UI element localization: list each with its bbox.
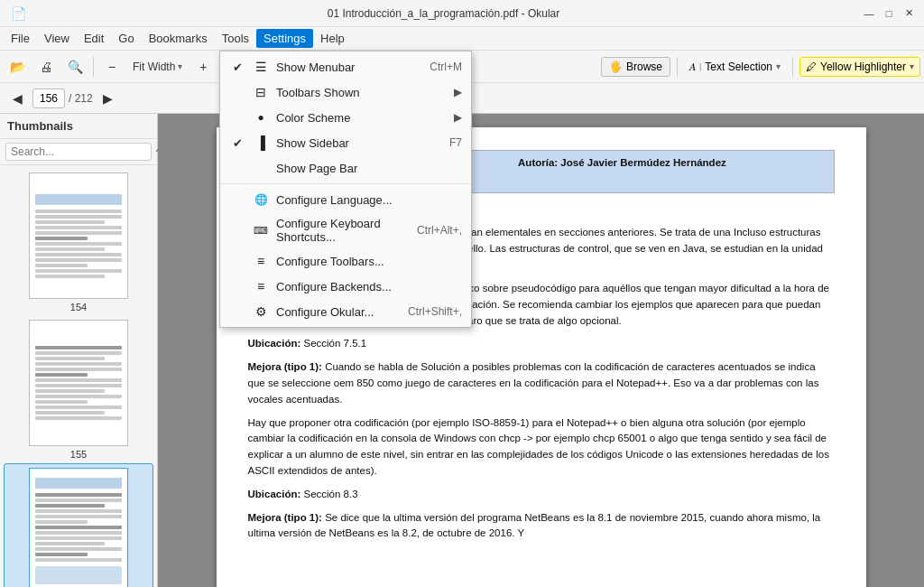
menu-configure-keyboard[interactable]: ⌨ Configure Keyboard Shortcuts... Ctrl+A… [220, 212, 471, 248]
thumbnail-image [29, 468, 128, 587]
pdf-paragraph: Mejora (tipo 1): Cuando se habla de Solu… [248, 359, 835, 407]
configure-keyboard-icon: ⌨ [253, 222, 269, 238]
pdf-location: Ubicación: Sección 8.3 [248, 487, 835, 503]
menu-help[interactable]: Help [313, 29, 352, 48]
show-sidebar-icon: ▐ [253, 135, 269, 151]
browse-button[interactable]: 🖐 Browse [601, 57, 670, 77]
thumbnail-page-number: 155 [70, 449, 87, 460]
toolbar-sep-4 [792, 57, 793, 77]
open-icon: 📂 [9, 59, 25, 75]
page-total: / 212 [69, 92, 93, 105]
prev-page-icon: ◀ [9, 90, 25, 107]
print-button[interactable]: 🖨 [32, 54, 60, 79]
show-menubar-shortcut: Ctrl+M [430, 61, 462, 73]
text-selection-button[interactable]: 𝐴 | Text Selection ▾ [684, 58, 786, 76]
toolbars-shown-icon: ⊟ [253, 84, 269, 100]
menu-separator-1 [220, 183, 471, 184]
configure-keyboard-label: Configure Keyboard Shortcuts... [276, 217, 410, 244]
menu-color-scheme[interactable]: ● Color Scheme ▶ [220, 105, 471, 130]
text-sel-label: Text Selection [705, 61, 772, 73]
thumbnail-image [29, 172, 128, 299]
show-sidebar-shortcut: F7 [449, 136, 462, 149]
text-sel-icon: 𝐴 [689, 61, 696, 73]
menu-configure-language[interactable]: 🌐 Configure Language... [220, 187, 471, 212]
fit-width-dropdown-icon: ▾ [178, 61, 182, 71]
thumbnail-list[interactable]: 154 [0, 165, 157, 587]
toolbars-shown-arrow: ▶ [454, 86, 462, 98]
menu-settings[interactable]: Settings [256, 29, 313, 48]
thumbnail-item[interactable]: 155 [4, 316, 153, 463]
configure-okular-shortcut: Ctrl+Shift+, [408, 305, 462, 318]
find-button[interactable]: 🔍 [61, 54, 88, 79]
show-page-bar-icon [253, 160, 269, 176]
toolbar-sep-3 [677, 57, 678, 77]
window-controls: — □ ✕ [861, 5, 917, 22]
toolbar-sep-1 [93, 57, 94, 77]
menu-go[interactable]: Go [111, 29, 141, 48]
thumbnail-item[interactable]: 156 [4, 463, 153, 587]
configure-toolbars-label: Configure Toolbars... [276, 255, 462, 268]
close-button[interactable]: ✕ [901, 5, 917, 22]
pdf-paragraph: Mejora (tipo 1): Se dice que la ultima v… [248, 510, 835, 543]
print-icon: 🖨 [38, 59, 54, 75]
thumbnail-page-number: 154 [70, 302, 87, 312]
prev-page-button[interactable]: ◀ [4, 86, 31, 111]
page-input-group: / 212 [32, 89, 93, 108]
page-number-input[interactable] [32, 89, 65, 108]
menu-show-menubar[interactable]: ✔ ☰ Show Menubar Ctrl+M [220, 54, 471, 79]
next-page-icon: ▶ [100, 90, 116, 107]
right-toolbar: 🖐 Browse 𝐴 | Text Selection ▾ 🖊 Yellow H… [601, 57, 920, 77]
maximize-button[interactable]: □ [881, 5, 897, 22]
thumbnail-image [29, 320, 128, 446]
settings-menu: ✔ ☰ Show Menubar Ctrl+M ⊟ Toolbars Shown… [219, 51, 472, 328]
menu-bookmarks[interactable]: Bookmarks [142, 29, 215, 48]
menu-tools[interactable]: Tools [215, 29, 256, 48]
configure-toolbars-icon: ≡ [253, 253, 269, 269]
configure-okular-icon: ⚙ [253, 303, 269, 320]
highlighter-button[interactable]: 🖊 Yellow Highlighter ▾ [799, 57, 920, 77]
configure-backends-label: Configure Backends... [276, 280, 462, 294]
configure-language-label: Configure Language... [276, 193, 462, 207]
highlighter-icon: 🖊 [806, 61, 817, 73]
sidebar-header: Thumbnails [0, 114, 157, 139]
sidebar-search-input[interactable] [5, 143, 152, 161]
toolbars-shown-label: Toolbars Shown [276, 86, 447, 99]
highlighter-dropdown-icon: ▾ [910, 61, 914, 71]
table-header-cell: Autoría: José Javier Bermúdez Hernández [411, 151, 834, 193]
next-page-button[interactable]: ▶ [95, 86, 122, 111]
menu-show-sidebar[interactable]: ✔ ▐ Show Sidebar F7 [220, 130, 471, 155]
show-menubar-label: Show Menubar [276, 61, 422, 74]
menu-configure-toolbars[interactable]: ≡ Configure Toolbars... [220, 248, 471, 274]
zoom-out-button[interactable]: − [98, 54, 125, 79]
show-sidebar-check: ✔ [229, 136, 245, 150]
pdf-location: Ubicación: Sección 7.5.1 [248, 336, 835, 352]
find-icon: 🔍 [67, 59, 83, 75]
browse-label: Browse [626, 61, 662, 73]
menu-toolbars-shown[interactable]: ⊟ Toolbars Shown ▶ [220, 79, 471, 105]
show-menubar-check: ✔ [229, 61, 245, 74]
menubar: File View Edit Go Bookmarks Tools Settin… [0, 27, 924, 51]
fit-width-label: Fit Width [133, 61, 175, 73]
menu-file[interactable]: File [4, 29, 37, 48]
show-page-bar-label: Show Page Bar [276, 162, 462, 175]
menu-configure-backends[interactable]: ≡ Configure Backends... [220, 274, 471, 299]
menu-show-page-bar[interactable]: Show Page Bar [220, 155, 471, 181]
window-title: 01 Introducción_a_la_programación.pdf - … [26, 7, 861, 20]
menu-edit[interactable]: Edit [77, 29, 111, 48]
zoom-in-button[interactable]: + [189, 54, 217, 79]
open-button[interactable]: 📂 [4, 54, 31, 79]
show-menubar-icon: ☰ [253, 59, 269, 75]
thumbnail-item[interactable]: 154 [4, 169, 153, 316]
color-scheme-label: Color Scheme [276, 111, 447, 125]
menu-configure-okular[interactable]: ⚙ Configure Okular... Ctrl+Shift+, [220, 299, 471, 324]
pdf-paragraph: Hay que proponer otra codificación (por … [248, 415, 835, 480]
browse-icon: 🖐 [609, 61, 623, 73]
menu-view[interactable]: View [37, 29, 77, 48]
fit-width-button[interactable]: Fit Width ▾ [127, 54, 188, 79]
configure-okular-label: Configure Okular... [276, 305, 401, 319]
color-scheme-icon: ● [253, 109, 269, 126]
minimize-button[interactable]: — [861, 5, 877, 22]
configure-keyboard-shortcut: Ctrl+Alt+, [417, 224, 462, 237]
zoom-in-icon: + [195, 59, 211, 75]
cursor-icon: | [699, 62, 701, 71]
